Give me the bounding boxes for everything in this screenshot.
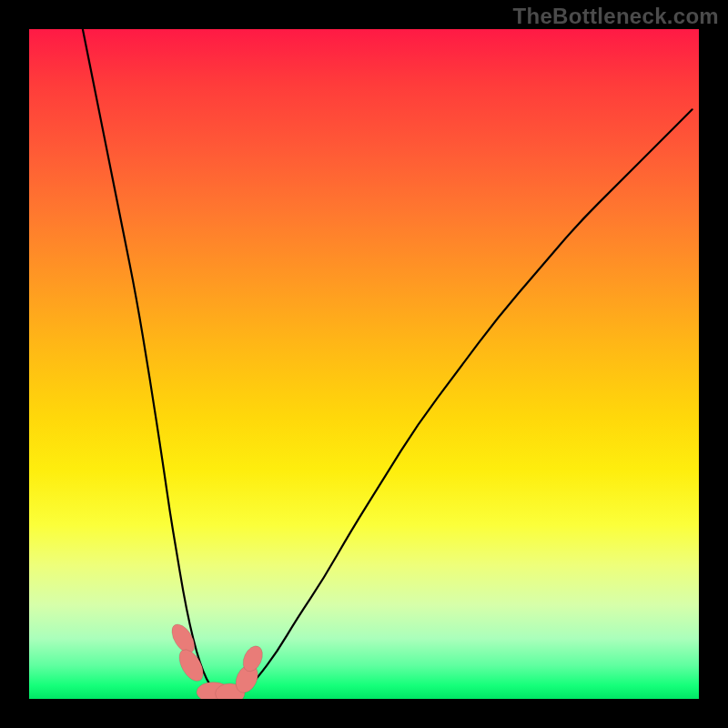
- data-marker-1: [175, 645, 208, 684]
- marker-group: [167, 621, 267, 699]
- watermark-text: TheBottleneck.com: [513, 4, 719, 29]
- bottleneck-curve: [83, 29, 693, 694]
- curve-group: [83, 29, 693, 694]
- plot-area: [29, 29, 699, 699]
- chart-frame: TheBottleneck.com: [0, 0, 728, 728]
- chart-svg: [29, 29, 699, 699]
